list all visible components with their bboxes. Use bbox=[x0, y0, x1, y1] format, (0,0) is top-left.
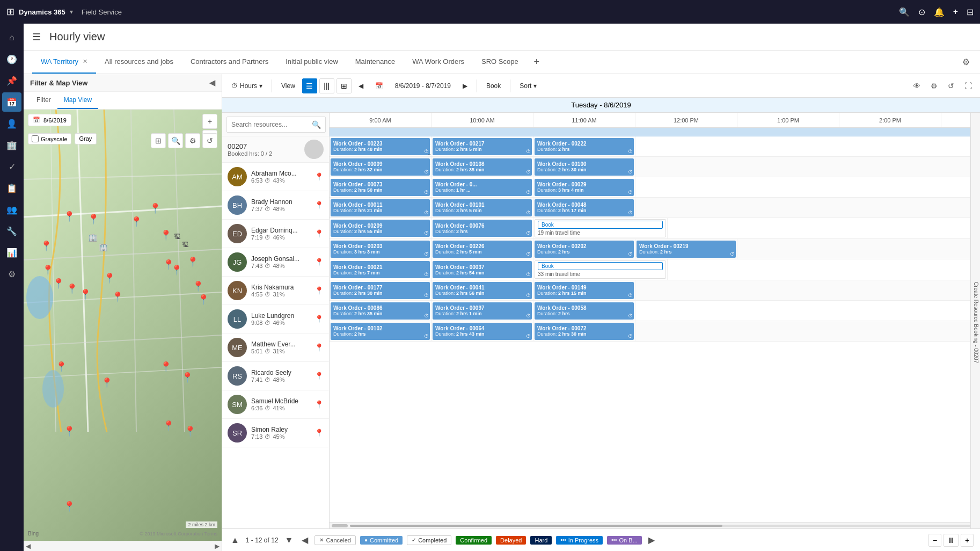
map-pin-10[interactable]: 📍 bbox=[40, 240, 52, 252]
map-pin-24[interactable]: 📍 bbox=[163, 420, 174, 432]
tab-close-wa-territory[interactable]: ✕ bbox=[83, 58, 87, 65]
wo-block-00073[interactable]: Work Order - 00073 Duration: 2 hrs 50 mi… bbox=[331, 179, 430, 196]
resource-map-pin-8[interactable]: 📍 bbox=[315, 372, 324, 380]
wo-block-00149[interactable]: Work Order - 00149 Duration: 2 hrs 15 mi… bbox=[535, 282, 634, 299]
status-prev-page[interactable]: ◀ bbox=[299, 534, 310, 546]
filter-tab-mapview[interactable]: Map View bbox=[57, 92, 98, 109]
map-pin-19[interactable]: 📍 bbox=[101, 377, 113, 389]
create-booking-panel[interactable]: Create Resource Booking - 00207 bbox=[970, 113, 980, 528]
zoom-in-btn[interactable]: + bbox=[961, 534, 974, 547]
view-list-btn[interactable]: ☰ bbox=[302, 78, 317, 93]
tab-initial-public[interactable]: Initial public view bbox=[277, 50, 347, 74]
app-chevron[interactable]: ▾ bbox=[70, 8, 73, 16]
sidebar-icon-accounts[interactable]: 🏢 bbox=[2, 135, 21, 155]
travel-block-1[interactable]: Book 19 min travel time bbox=[535, 219, 666, 237]
resource-map-pin-9[interactable]: 📍 bbox=[315, 400, 324, 409]
view-grid-btn[interactable]: ⊞ bbox=[337, 78, 352, 93]
bell-icon[interactable]: 🔔 bbox=[934, 7, 945, 17]
sidebar-icon-settings[interactable]: ⚙ bbox=[2, 264, 21, 284]
nav-prev[interactable]: ◀ bbox=[354, 77, 368, 95]
grayscale-checkbox[interactable] bbox=[32, 135, 39, 142]
wo-block-00217[interactable]: Work Order - 00217 Duration: 2 hrs 5 min… bbox=[433, 138, 532, 155]
map-pin-25[interactable]: 📍 bbox=[184, 425, 196, 437]
resource-map-pin-3[interactable]: 📍 bbox=[315, 229, 324, 238]
sidebar-icon-pinned[interactable]: 📌 bbox=[2, 71, 21, 90]
list-scroll-right[interactable]: ▶ bbox=[215, 542, 220, 550]
wo-block-00108[interactable]: Work Order - 00108 Duration: 2 hrs 35 mi… bbox=[433, 158, 532, 176]
resource-item-2[interactable]: BH Brady Hannon 7:37 ⏱ 48% 📍 bbox=[222, 191, 329, 220]
map-pin-7[interactable]: 📍 bbox=[53, 278, 64, 289]
wo-block-00076[interactable]: Work Order - 00076 Duration: 2 hrs ⏱ bbox=[433, 220, 532, 237]
wo-block-00102[interactable]: Work Order - 00102 Duration: 2 hrs ⏱ bbox=[331, 323, 430, 340]
map-pin-21[interactable]: 📍 bbox=[181, 372, 193, 383]
special-resource-item[interactable]: 00207 Booked hrs: 0 / 2 bbox=[222, 136, 329, 163]
sidebar-icon-home[interactable]: ⌂ bbox=[2, 28, 21, 47]
sidebar-icon-activities[interactable]: ✓ bbox=[2, 157, 21, 176]
resource-map-pin-6[interactable]: 📍 bbox=[315, 315, 324, 323]
wo-block-00209[interactable]: Work Order - 00209 Duration: 2 hrs 55 mi… bbox=[331, 220, 430, 237]
filter-tab-filter[interactable]: Filter bbox=[30, 92, 57, 109]
apps-icon[interactable]: ⊞ bbox=[6, 6, 14, 18]
map-pin-4[interactable]: 📍 bbox=[149, 202, 161, 214]
map-pin-23[interactable]: 📍 bbox=[63, 425, 75, 437]
filter-panel-collapse[interactable]: ◀ bbox=[209, 78, 215, 87]
tab-wa-territory[interactable]: WA Territory ✕ bbox=[32, 50, 96, 74]
resource-map-pin-4[interactable]: 📍 bbox=[315, 258, 324, 266]
tab-sro-scope[interactable]: SRO Scope bbox=[473, 50, 527, 74]
sidebar-icon-tools[interactable]: 🔧 bbox=[2, 221, 21, 241]
resource-item-9[interactable]: SM Samuel McBride 6:36 ⏱ 41% 📍 bbox=[222, 390, 329, 419]
zoom-out-btn[interactable]: − bbox=[928, 534, 941, 547]
wo-block-00222[interactable]: Work Order - 00222 Duration: 2 hrs ⏱ bbox=[535, 138, 634, 155]
wo-block-00203[interactable]: Work Order - 00203 Duration: 3 hrs 3 min… bbox=[331, 241, 430, 258]
map-search-icon[interactable]: 🔍 bbox=[168, 133, 183, 148]
travel-block-2[interactable]: Book 33 min travel time bbox=[535, 260, 666, 279]
map-pin-8[interactable]: 📍 bbox=[66, 283, 78, 295]
wo-block-00041[interactable]: Work Order - 00041 Duration: 2 hrs 56 mi… bbox=[433, 282, 532, 299]
map-pin-11[interactable]: 📍 bbox=[104, 272, 115, 284]
settings-icon-btn[interactable]: ⚙ bbox=[926, 78, 941, 93]
wo-block-00202[interactable]: Work Order - 00202 Duration: 2 hrs ⏱ bbox=[535, 241, 634, 258]
target-icon[interactable]: ⊙ bbox=[918, 7, 925, 17]
resource-map-pin-7[interactable]: 📍 bbox=[315, 343, 324, 352]
map-refresh-icon[interactable]: ↺ bbox=[202, 133, 217, 148]
map-pin-26[interactable]: 📍 bbox=[63, 501, 75, 512]
book-button[interactable]: Book bbox=[481, 77, 506, 95]
wo-block-00009[interactable]: Work Order - 00009 Duration: 2 hrs 32 mi… bbox=[331, 158, 430, 176]
filter-nav-icon[interactable]: ⊟ bbox=[967, 7, 974, 17]
sidebar-icon-recent[interactable]: 🕐 bbox=[2, 49, 21, 69]
map-pin-2[interactable]: 📍 bbox=[87, 213, 99, 225]
sidebar-icon-reports[interactable]: 📊 bbox=[2, 243, 21, 262]
travel-book-btn-2[interactable]: Book bbox=[538, 262, 663, 270]
sidebar-icon-resources[interactable]: 👥 bbox=[2, 200, 21, 219]
map-pin-16[interactable]: 📍 bbox=[192, 280, 204, 292]
wo-block-00072[interactable]: Work Order - 00072 Duration: 2 hrs 30 mi… bbox=[535, 323, 634, 340]
list-scroll-left[interactable]: ◀ bbox=[26, 542, 31, 550]
wo-block-00226[interactable]: Work Order - 00226 Duration: 2 hrs 5 min… bbox=[433, 241, 532, 258]
resource-item-7[interactable]: ME Matthew Ever... 5:01 ⏱ 31% 📍 bbox=[222, 334, 329, 362]
map-pin-12[interactable]: 📍 bbox=[112, 291, 123, 303]
map-pin-5[interactable]: 📍 bbox=[160, 229, 172, 241]
view-bars-btn[interactable]: ||| bbox=[319, 78, 334, 93]
wo-block-00097[interactable]: Work Order - 00097 Duration: 2 hrs 1 min… bbox=[433, 302, 532, 320]
map-pin-18[interactable]: 📍 bbox=[55, 361, 67, 373]
hours-dropdown[interactable]: ⏱ Hours ▾ bbox=[226, 77, 267, 95]
search-input[interactable] bbox=[231, 121, 312, 128]
tab-settings-icon[interactable]: ⚙ bbox=[956, 53, 976, 72]
map-pin-3[interactable]: 📍 bbox=[130, 216, 142, 228]
search-icon[interactable]: 🔍 bbox=[899, 7, 910, 17]
resource-map-pin-10[interactable]: 📍 bbox=[315, 429, 324, 437]
status-nav-up[interactable]: ▲ bbox=[229, 534, 242, 546]
map-pin-15[interactable]: 📍 bbox=[187, 256, 199, 268]
sidebar-icon-contacts[interactable]: 👤 bbox=[2, 114, 21, 133]
wo-block-row3-2[interactable]: Work Order - 0... Duration: 1 hr ... ⏱ bbox=[433, 179, 532, 196]
gray-button[interactable]: Gray bbox=[75, 133, 97, 144]
wo-block-00100[interactable]: Work Order - 00100 Duration: 2 hrs 30 mi… bbox=[535, 158, 634, 176]
pause-btn[interactable]: ⏸ bbox=[944, 534, 959, 547]
map-pin-9[interactable]: 📍 bbox=[79, 288, 91, 300]
eye-icon-btn[interactable]: 👁 bbox=[909, 78, 924, 93]
wo-block-00064[interactable]: Work Order - 00064 Duration: 2 hrs 43 mi… bbox=[433, 323, 532, 340]
map-pin-14[interactable]: 📍 bbox=[171, 264, 182, 276]
tab-contractors[interactable]: Contractors and Partners bbox=[182, 50, 277, 74]
sidebar-icon-schedule[interactable]: 📅 bbox=[2, 92, 21, 112]
map-layers-icon[interactable]: ⊞ bbox=[151, 133, 166, 148]
